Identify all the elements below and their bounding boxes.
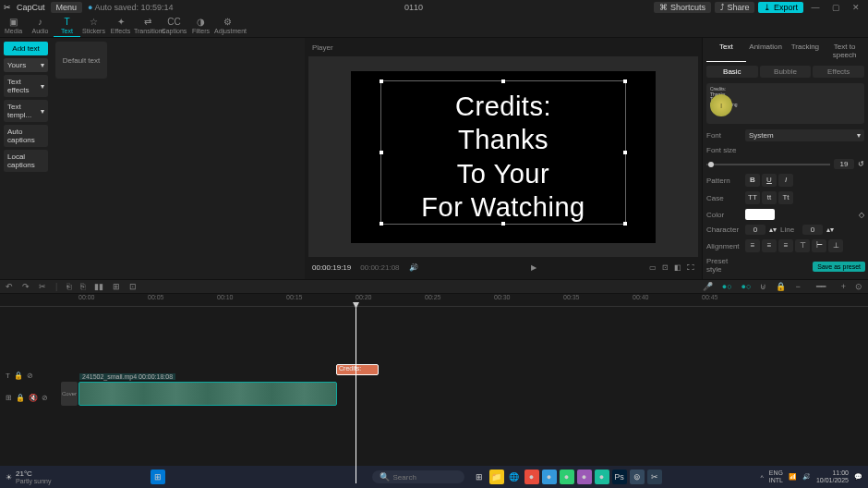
side-local-captions[interactable]: Local captions xyxy=(4,150,48,172)
mic-icon[interactable]: 🎤 xyxy=(703,282,713,291)
magnet-icon[interactable]: ⊍ xyxy=(760,282,766,291)
bold-button[interactable]: B xyxy=(745,174,760,187)
rp-tab-text[interactable]: Text xyxy=(706,40,746,62)
stepper-icon[interactable]: ▴▾ xyxy=(826,226,834,234)
line-value[interactable]: 0 xyxy=(802,225,823,235)
lock-icon[interactable]: 🔒 xyxy=(776,282,786,291)
tab-adjustment[interactable]: ⚙Adjustment xyxy=(214,15,241,37)
explorer-icon[interactable]: 📁 xyxy=(489,470,504,484)
capcut-icon[interactable]: ✂ xyxy=(647,470,662,484)
playhead[interactable] xyxy=(356,307,356,483)
case-lower-button[interactable]: tt xyxy=(762,191,777,204)
rp-tab-animation[interactable]: Animation xyxy=(746,40,786,62)
fullscreen-icon[interactable]: ⛶ xyxy=(687,263,694,272)
compare-icon[interactable]: ◧ xyxy=(674,263,681,272)
tab-transitions[interactable]: ⇄Transitions xyxy=(134,15,161,37)
app-icon[interactable]: ● xyxy=(577,470,592,484)
menu-button[interactable]: Menu xyxy=(51,2,83,13)
side-text-templates[interactable]: Text templ...▾ xyxy=(4,100,48,122)
lock-icon[interactable]: 🔒 xyxy=(16,394,25,402)
split-button[interactable]: ✂ xyxy=(39,282,46,291)
weather-widget[interactable]: ☀ 21°CPartly sunny xyxy=(6,470,52,484)
tab-effects[interactable]: ✦Effects xyxy=(107,15,134,37)
side-text-effects[interactable]: Text effects▾ xyxy=(4,75,48,97)
search-input[interactable] xyxy=(393,473,458,482)
font-size-slider[interactable] xyxy=(706,164,830,165)
language-indicator[interactable]: ENGINTL xyxy=(769,470,783,483)
clock[interactable]: 11:0010/01/2025 xyxy=(816,470,849,483)
underline-button[interactable]: U xyxy=(762,174,777,187)
timeline[interactable]: 00:00 00:05 00:10 00:15 00:20 00:25 00:3… xyxy=(0,294,868,483)
reset-icon[interactable]: ↺ xyxy=(858,160,864,168)
side-yours[interactable]: Yours▾ xyxy=(4,58,48,72)
crop-icon[interactable]: ⊡ xyxy=(662,263,669,272)
timeline-ruler[interactable]: 00:00 00:05 00:10 00:15 00:20 00:25 00:3… xyxy=(0,294,868,307)
case-title-button[interactable]: Tt xyxy=(778,191,793,204)
undo-button[interactable]: ↶ xyxy=(6,282,13,291)
character-value[interactable]: 0 xyxy=(745,225,766,235)
notifications-icon[interactable]: 💬 xyxy=(854,473,862,481)
align-bottom-button[interactable]: ⊥ xyxy=(828,239,843,252)
video-clip[interactable]: 241502_small.mp4 00:00:18:08 xyxy=(78,382,337,406)
maximize-button[interactable]: ▢ xyxy=(827,3,844,12)
rp-tab-tracking[interactable]: Tracking xyxy=(786,40,826,62)
volume-icon[interactable]: 🔊 xyxy=(802,473,811,481)
player-canvas[interactable]: Credits: Thanks To Your For Watching xyxy=(308,56,698,257)
fit-button[interactable]: ⊙ xyxy=(855,282,862,291)
default-text-tile[interactable]: Default text xyxy=(55,42,107,79)
tab-media[interactable]: ▣Media xyxy=(0,15,27,37)
align-left-button[interactable]: ≡ xyxy=(745,239,760,252)
italic-button[interactable]: I xyxy=(778,174,793,187)
tray-chevron-icon[interactable]: ^ xyxy=(760,474,763,481)
side-auto-captions[interactable]: Auto captions xyxy=(4,125,48,147)
zoom-button[interactable]: ⊞ xyxy=(113,282,120,291)
align-top-button[interactable]: ⊤ xyxy=(795,239,810,252)
tab-captions[interactable]: CCCaptions xyxy=(161,15,187,37)
redo-button[interactable]: ↷ xyxy=(22,282,30,291)
lock-icon[interactable]: 🔒 xyxy=(14,372,23,380)
tab-stickers[interactable]: ☆Stickers xyxy=(80,15,107,37)
next-frame-button[interactable]: ⎘ xyxy=(80,282,85,291)
edge-icon[interactable]: 🌐 xyxy=(507,470,522,484)
case-upper-button[interactable]: TT xyxy=(745,191,760,204)
taskbar-search[interactable]: 🔍 xyxy=(372,470,464,483)
align-center-button[interactable]: ≡ xyxy=(762,239,777,252)
tab-audio[interactable]: ♪Audio xyxy=(27,15,54,37)
tab-filters[interactable]: ◑Filters xyxy=(187,15,214,37)
align-middle-button[interactable]: ⊢ xyxy=(812,239,826,252)
app-icon[interactable]: ● xyxy=(524,470,539,484)
delete-button[interactable]: ⊡ xyxy=(129,282,137,291)
save-preset-button[interactable]: Save as preset xyxy=(813,262,865,272)
export-button[interactable]: ⤓ Export xyxy=(758,2,803,13)
rp-sub-bubble[interactable]: Bubble xyxy=(760,66,812,78)
toggle2-icon[interactable]: ●○ xyxy=(741,282,752,291)
play-button[interactable]: ▶ xyxy=(531,263,536,272)
obs-icon[interactable]: ⊚ xyxy=(630,470,645,484)
font-size-value[interactable]: 19 xyxy=(834,159,854,169)
stepper-icon[interactable]: ▴▾ xyxy=(769,226,777,234)
photoshop-icon[interactable]: Ps xyxy=(612,470,627,484)
wifi-icon[interactable]: 📶 xyxy=(789,473,797,481)
start-button[interactable]: ⊞ xyxy=(151,470,165,484)
text-preview[interactable]: Credits:Thanks To YourFor Watching I xyxy=(706,83,864,124)
align-right-button[interactable]: ≡ xyxy=(778,239,793,252)
app-icon[interactable]: ● xyxy=(542,470,557,484)
tab-text[interactable]: TText xyxy=(54,15,80,37)
toggle1-icon[interactable]: ●○ xyxy=(722,282,732,291)
selection-box[interactable] xyxy=(380,80,626,225)
app-icon[interactable]: ● xyxy=(560,470,574,484)
share-button[interactable]: ⤴ Share xyxy=(715,2,755,13)
minimize-button[interactable]: — xyxy=(807,3,824,12)
taskview-icon[interactable]: ⊞ xyxy=(472,470,487,484)
close-button[interactable]: ✕ xyxy=(848,3,864,12)
shortcuts-button[interactable]: ⌘ Shortcuts xyxy=(654,2,711,13)
ratio-icon[interactable]: ▭ xyxy=(649,263,657,272)
keyframe-icon[interactable]: ◇ xyxy=(859,211,864,219)
rp-sub-effects[interactable]: Effects xyxy=(813,66,864,78)
marker-button[interactable]: ▮▮ xyxy=(94,282,103,291)
color-swatch[interactable] xyxy=(745,209,775,220)
cover-button[interactable]: Cover xyxy=(61,382,78,406)
add-text-button[interactable]: Add text xyxy=(4,42,48,55)
prev-frame-button[interactable]: ⎗ xyxy=(66,282,71,291)
font-select[interactable]: System▾ xyxy=(745,129,864,141)
